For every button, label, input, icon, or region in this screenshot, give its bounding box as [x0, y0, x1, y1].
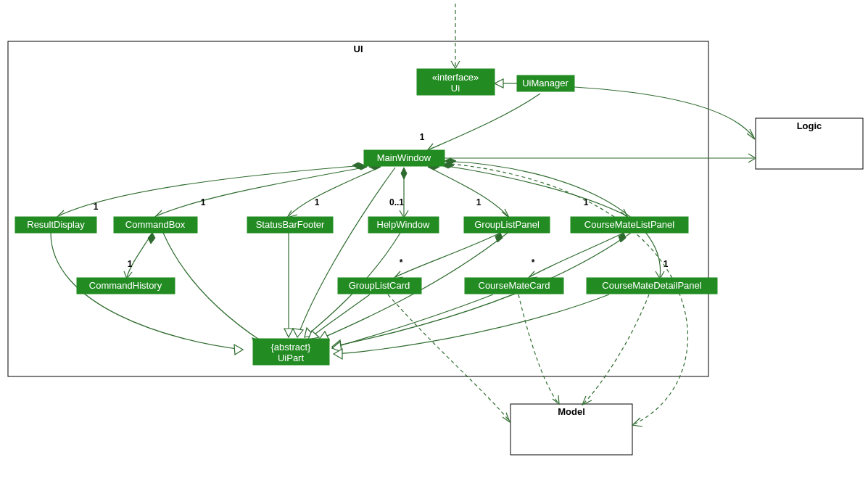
package-ui [8, 41, 708, 376]
svg-text:GroupListCard: GroupListCard [349, 280, 410, 291]
svg-text:MainWindow: MainWindow [377, 152, 431, 163]
mult-glp: 1 [476, 197, 481, 207]
mult-ch: 1 [128, 259, 133, 269]
class-ui-manager: UiManager [517, 75, 574, 91]
class-course-mate-list-panel: CourseMateListPanel [571, 217, 688, 233]
mult-cmlp: 1 [584, 197, 589, 207]
ui-name: Ui [451, 83, 460, 94]
class-course-mate-card: CourseMateCard [465, 278, 563, 294]
class-result-display: ResultDisplay [15, 217, 96, 233]
svg-text:CourseMateDetailPanel: CourseMateDetailPanel [602, 280, 701, 291]
mult-hw: 0..1 [389, 197, 404, 207]
class-course-mate-detail-panel: CourseMateDetailPanel [587, 278, 717, 294]
mult-sbf: 1 [315, 197, 320, 207]
svg-text:CommandHistory: CommandHistory [89, 280, 162, 291]
svg-text:GroupListPanel: GroupListPanel [474, 219, 540, 230]
mult-rd: 1 [94, 202, 99, 212]
ui-stereotype: «interface» [432, 72, 479, 83]
mult-cmdp: 1 [664, 259, 669, 269]
svg-text:ResultDisplay: ResultDisplay [27, 219, 85, 230]
class-help-window: HelpWindow [368, 217, 439, 233]
uipart-name: UiPart [278, 353, 305, 363]
class-group-list-panel: GroupListPanel [464, 217, 550, 233]
package-model-label: Model [558, 406, 585, 417]
mult-cmc: * [532, 257, 535, 268]
mult-cb: 1 [201, 197, 206, 207]
mult-mainwindow: 1 [420, 132, 425, 142]
uml-diagram: UI Logic Model 1 1 1 1 0..1 1 [0, 0, 868, 478]
svg-text:CourseMateCard: CourseMateCard [479, 280, 550, 291]
class-status-bar-footer: StatusBarFooter [247, 217, 333, 233]
package-logic-label: Logic [797, 120, 822, 131]
svg-text:CommandBox: CommandBox [125, 219, 186, 230]
uipart-stereotype: {abstract} [271, 342, 312, 353]
mult-glc: * [400, 257, 403, 268]
svg-text:StatusBarFooter: StatusBarFooter [256, 219, 325, 230]
svg-text:HelpWindow: HelpWindow [377, 219, 431, 230]
class-ui-interface: «interface» Ui [417, 69, 495, 95]
svg-text:CourseMateListPanel: CourseMateListPanel [584, 219, 674, 230]
class-command-history: CommandHistory [77, 278, 175, 294]
package-ui-label: UI [354, 44, 363, 54]
class-group-list-card: GroupListCard [338, 278, 421, 294]
svg-text:UiManager: UiManager [522, 78, 569, 88]
class-command-box: CommandBox [114, 217, 197, 233]
class-ui-part: {abstract} UiPart [253, 339, 329, 365]
class-main-window: MainWindow [364, 150, 445, 166]
